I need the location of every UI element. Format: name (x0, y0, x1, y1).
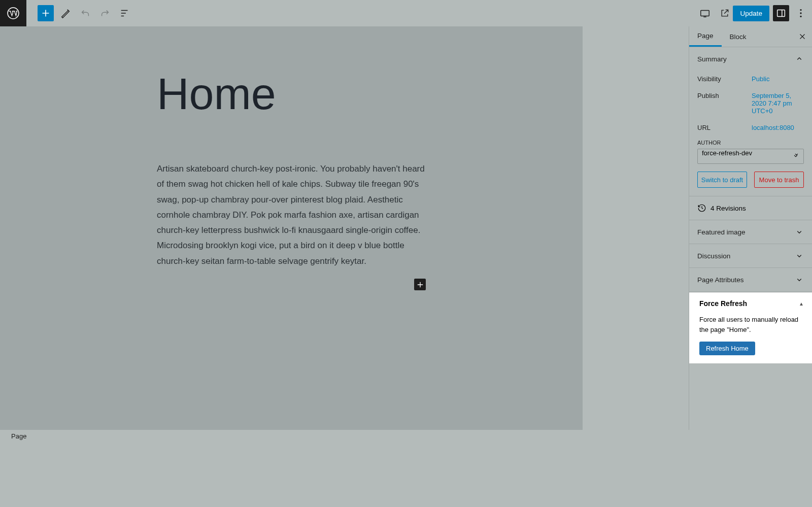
author-select[interactable]: force-refresh-dev (697, 149, 804, 164)
force-refresh-body: Force all users to manually reload the p… (689, 311, 812, 363)
discussion-title: Discussion (697, 252, 730, 260)
summary-panel-body: Visibility Public Publish September 5, 2… (689, 71, 812, 196)
publish-value[interactable]: September 5, 2020 7:47 pm UTC+0 (752, 92, 804, 115)
summary-buttons: Switch to draft Move to trash (697, 172, 804, 188)
history-icon (697, 204, 706, 213)
page-attributes-header[interactable]: Page Attributes (689, 268, 812, 291)
chevron-down-icon (795, 227, 804, 236)
featured-image-title: Featured image (697, 228, 746, 236)
force-refresh-panel: Force Refresh ▲ Force all users to manua… (689, 292, 812, 363)
switch-to-draft-button[interactable]: Switch to draft (697, 172, 747, 188)
summary-title: Summary (697, 55, 727, 63)
discussion-header[interactable]: Discussion (689, 244, 812, 267)
update-button[interactable]: Update (733, 6, 769, 21)
force-refresh-description: Force all users to manually reload the p… (699, 315, 802, 334)
view-button[interactable] (697, 5, 713, 21)
tools-button[interactable] (57, 5, 74, 21)
wordpress-logo[interactable] (0, 0, 26, 26)
page-title[interactable]: Home (157, 68, 426, 120)
publish-label: Publish (697, 92, 752, 115)
summary-panel-header[interactable]: Summary (689, 47, 812, 71)
sidebar-tabs: Page Block (689, 26, 812, 47)
chevron-down-icon (795, 275, 804, 284)
top-toolbar: Update (0, 0, 812, 26)
tab-block[interactable]: Block (722, 26, 755, 47)
svg-point-4 (800, 12, 801, 14)
add-block-button[interactable] (38, 5, 54, 21)
add-block-inline-button[interactable] (414, 279, 426, 290)
svg-point-5 (800, 16, 801, 17)
page-attributes-panel: Page Attributes (689, 268, 812, 292)
toolbar-left (0, 0, 133, 26)
visibility-label: Visibility (697, 75, 752, 83)
redo-button[interactable] (97, 5, 113, 21)
tab-page[interactable]: Page (689, 26, 722, 47)
move-to-trash-button[interactable]: Move to trash (754, 172, 804, 188)
editor-canvas[interactable]: Home Artisan skateboard church-key post-… (0, 26, 583, 430)
breadcrumb-item[interactable]: Page (11, 432, 26, 440)
force-refresh-header[interactable]: Force Refresh ▲ (689, 293, 812, 311)
settings-sidebar-toggle[interactable] (773, 5, 789, 21)
url-label: URL (697, 124, 752, 131)
triangle-up-icon: ▲ (799, 301, 804, 307)
summary-panel: Summary Visibility Public Publish Septem… (689, 47, 812, 196)
revisions-row[interactable]: 4 Revisions (689, 196, 812, 220)
undo-button[interactable] (77, 5, 93, 21)
svg-rect-2 (777, 10, 785, 17)
document-overview-button[interactable] (117, 5, 133, 21)
svg-rect-1 (701, 11, 709, 16)
discussion-panel: Discussion (689, 244, 812, 268)
revisions-label: 4 Revisions (710, 205, 746, 212)
preview-button[interactable] (717, 5, 733, 21)
page-attributes-title: Page Attributes (697, 276, 744, 284)
featured-image-header[interactable]: Featured image (689, 220, 812, 244)
force-refresh-title: Force Refresh (699, 299, 747, 308)
author-label: AUTHOR (697, 140, 804, 146)
publish-row: Publish September 5, 2020 7:47 pm UTC+0 (697, 87, 804, 119)
url-row: URL localhost:8080 (697, 119, 804, 136)
url-value[interactable]: localhost:8080 (752, 124, 804, 131)
chevron-up-icon (795, 54, 804, 63)
chevron-down-icon (795, 251, 804, 260)
options-button[interactable] (793, 5, 809, 21)
refresh-home-button[interactable]: Refresh Home (699, 342, 755, 355)
visibility-value[interactable]: Public (752, 75, 804, 83)
svg-point-3 (800, 9, 801, 11)
toolbar-right: Update (693, 5, 809, 21)
breadcrumb-bar: Page (0, 430, 583, 442)
chevron-down-icon (792, 152, 799, 159)
page-content-paragraph[interactable]: Artisan skateboard church-key post-ironi… (157, 161, 426, 269)
featured-image-panel: Featured image (689, 220, 812, 244)
author-select-value: force-refresh-dev (702, 149, 752, 157)
settings-sidebar: Page Block Summary Visibility Public Pub… (689, 26, 812, 430)
visibility-row: Visibility Public (697, 71, 804, 87)
close-sidebar-button[interactable] (798, 32, 807, 41)
svg-point-0 (8, 8, 19, 19)
